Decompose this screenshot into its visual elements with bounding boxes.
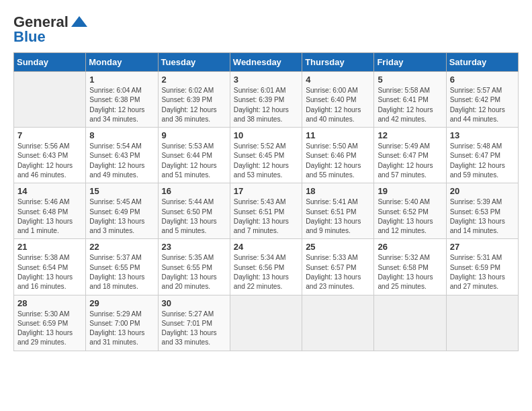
day-number: 20	[450, 186, 515, 196]
weekday-header-wednesday: Wednesday	[230, 53, 302, 72]
calendar-cell: 9Sunrise: 5:53 AM Sunset: 6:44 PM Daylig…	[158, 128, 230, 183]
day-info: Sunrise: 5:40 AM Sunset: 6:52 PM Dayligh…	[378, 197, 442, 236]
calendar-cell: 1Sunrise: 6:04 AM Sunset: 6:38 PM Daylig…	[86, 72, 158, 128]
weekday-header-sunday: Sunday	[14, 53, 86, 72]
calendar-cell	[374, 295, 446, 351]
calendar-cell: 5Sunrise: 5:58 AM Sunset: 6:41 PM Daylig…	[374, 72, 446, 128]
day-info: Sunrise: 5:33 AM Sunset: 6:57 PM Dayligh…	[306, 253, 370, 291]
calendar-cell: 17Sunrise: 5:43 AM Sunset: 6:51 PM Dayli…	[230, 183, 302, 239]
day-number: 21	[17, 242, 82, 252]
day-number: 27	[450, 242, 515, 252]
weekday-header-saturday: Saturday	[446, 53, 518, 72]
day-number: 26	[378, 242, 442, 252]
calendar-cell: 12Sunrise: 5:49 AM Sunset: 6:47 PM Dayli…	[374, 128, 446, 183]
day-number: 16	[162, 186, 226, 196]
day-info: Sunrise: 6:00 AM Sunset: 6:40 PM Dayligh…	[306, 86, 370, 124]
day-number: 5	[378, 75, 442, 85]
day-info: Sunrise: 5:27 AM Sunset: 7:01 PM Dayligh…	[162, 310, 226, 348]
day-number: 29	[89, 298, 154, 308]
calendar-cell: 25Sunrise: 5:33 AM Sunset: 6:57 PM Dayli…	[302, 239, 374, 295]
calendar-cell: 28Sunrise: 5:30 AM Sunset: 6:59 PM Dayli…	[14, 295, 86, 351]
day-number: 19	[378, 186, 442, 196]
calendar-cell: 15Sunrise: 5:45 AM Sunset: 6:49 PM Dayli…	[86, 183, 158, 239]
day-number: 22	[89, 242, 154, 252]
day-info: Sunrise: 5:44 AM Sunset: 6:50 PM Dayligh…	[162, 197, 226, 236]
day-info: Sunrise: 5:35 AM Sunset: 6:55 PM Dayligh…	[162, 253, 226, 291]
logo-blue: Blue	[13, 28, 46, 46]
calendar-cell: 29Sunrise: 5:29 AM Sunset: 7:00 PM Dayli…	[86, 295, 158, 351]
day-info: Sunrise: 5:37 AM Sunset: 6:55 PM Dayligh…	[89, 253, 154, 291]
calendar-cell: 3Sunrise: 6:01 AM Sunset: 6:39 PM Daylig…	[230, 72, 302, 128]
calendar-cell: 4Sunrise: 6:00 AM Sunset: 6:40 PM Daylig…	[302, 72, 374, 128]
day-info: Sunrise: 5:38 AM Sunset: 6:54 PM Dayligh…	[17, 253, 82, 291]
day-number: 12	[378, 130, 442, 140]
calendar-cell: 26Sunrise: 5:32 AM Sunset: 6:58 PM Dayli…	[374, 239, 446, 295]
day-number: 13	[450, 130, 515, 140]
calendar-cell: 8Sunrise: 5:54 AM Sunset: 6:43 PM Daylig…	[86, 128, 158, 183]
day-number: 9	[162, 130, 226, 140]
day-info: Sunrise: 5:48 AM Sunset: 6:47 PM Dayligh…	[450, 142, 515, 180]
day-number: 17	[234, 186, 298, 196]
calendar-cell: 22Sunrise: 5:37 AM Sunset: 6:55 PM Dayli…	[86, 239, 158, 295]
day-info: Sunrise: 5:53 AM Sunset: 6:44 PM Dayligh…	[162, 142, 226, 180]
calendar-cell: 6Sunrise: 5:57 AM Sunset: 6:42 PM Daylig…	[446, 72, 518, 128]
day-info: Sunrise: 5:50 AM Sunset: 6:46 PM Dayligh…	[306, 142, 370, 180]
day-info: Sunrise: 5:46 AM Sunset: 6:48 PM Dayligh…	[17, 197, 82, 236]
day-info: Sunrise: 5:29 AM Sunset: 7:00 PM Dayligh…	[89, 310, 154, 348]
weekday-header-tuesday: Tuesday	[158, 53, 230, 72]
calendar-cell: 30Sunrise: 5:27 AM Sunset: 7:01 PM Dayli…	[158, 295, 230, 351]
calendar-cell: 16Sunrise: 5:44 AM Sunset: 6:50 PM Dayli…	[158, 183, 230, 239]
day-info: Sunrise: 5:31 AM Sunset: 6:59 PM Dayligh…	[450, 253, 515, 291]
weekday-header-monday: Monday	[86, 53, 158, 72]
day-info: Sunrise: 6:01 AM Sunset: 6:39 PM Dayligh…	[234, 86, 298, 124]
day-number: 25	[306, 242, 370, 252]
day-number: 3	[234, 75, 298, 85]
calendar-cell: 19Sunrise: 5:40 AM Sunset: 6:52 PM Dayli…	[374, 183, 446, 239]
calendar-cell	[230, 295, 302, 351]
calendar-cell: 21Sunrise: 5:38 AM Sunset: 6:54 PM Dayli…	[14, 239, 86, 295]
day-info: Sunrise: 5:39 AM Sunset: 6:53 PM Dayligh…	[450, 197, 515, 236]
day-number: 18	[306, 186, 370, 196]
day-number: 1	[89, 75, 154, 85]
calendar-cell: 23Sunrise: 5:35 AM Sunset: 6:55 PM Dayli…	[158, 239, 230, 295]
logo-icon	[70, 15, 89, 30]
day-info: Sunrise: 5:57 AM Sunset: 6:42 PM Dayligh…	[450, 86, 515, 124]
calendar-cell: 11Sunrise: 5:50 AM Sunset: 6:46 PM Dayli…	[302, 128, 374, 183]
day-number: 6	[450, 75, 515, 85]
day-info: Sunrise: 5:52 AM Sunset: 6:45 PM Dayligh…	[234, 142, 298, 180]
calendar-cell: 27Sunrise: 5:31 AM Sunset: 6:59 PM Dayli…	[446, 239, 518, 295]
weekday-header-friday: Friday	[374, 53, 446, 72]
calendar-cell: 13Sunrise: 5:48 AM Sunset: 6:47 PM Dayli…	[446, 128, 518, 183]
day-number: 2	[162, 75, 226, 85]
day-number: 15	[89, 186, 154, 196]
day-number: 10	[234, 130, 298, 140]
logo: General Blue	[13, 13, 89, 46]
day-info: Sunrise: 5:41 AM Sunset: 6:51 PM Dayligh…	[306, 197, 370, 236]
day-info: Sunrise: 5:54 AM Sunset: 6:43 PM Dayligh…	[89, 142, 154, 180]
day-info: Sunrise: 5:30 AM Sunset: 6:59 PM Dayligh…	[17, 310, 82, 348]
day-number: 7	[17, 130, 82, 140]
day-info: Sunrise: 5:32 AM Sunset: 6:58 PM Dayligh…	[378, 253, 442, 291]
day-info: Sunrise: 5:43 AM Sunset: 6:51 PM Dayligh…	[234, 197, 298, 236]
day-info: Sunrise: 5:45 AM Sunset: 6:49 PM Dayligh…	[89, 197, 154, 236]
calendar-table: SundayMondayTuesdayWednesdayThursdayFrid…	[13, 52, 519, 351]
calendar-cell: 2Sunrise: 6:02 AM Sunset: 6:39 PM Daylig…	[158, 72, 230, 128]
calendar-cell: 18Sunrise: 5:41 AM Sunset: 6:51 PM Dayli…	[302, 183, 374, 239]
day-number: 24	[234, 242, 298, 252]
calendar-cell	[14, 72, 86, 128]
calendar-cell	[446, 295, 518, 351]
calendar-cell: 20Sunrise: 5:39 AM Sunset: 6:53 PM Dayli…	[446, 183, 518, 239]
day-number: 4	[306, 75, 370, 85]
day-info: Sunrise: 5:49 AM Sunset: 6:47 PM Dayligh…	[378, 142, 442, 180]
day-info: Sunrise: 5:56 AM Sunset: 6:43 PM Dayligh…	[17, 142, 82, 180]
day-number: 28	[17, 298, 82, 308]
day-info: Sunrise: 5:34 AM Sunset: 6:56 PM Dayligh…	[234, 253, 298, 291]
calendar-cell: 7Sunrise: 5:56 AM Sunset: 6:43 PM Daylig…	[14, 128, 86, 183]
calendar-cell	[302, 295, 374, 351]
day-number: 23	[162, 242, 226, 252]
day-number: 8	[89, 130, 154, 140]
calendar-cell: 14Sunrise: 5:46 AM Sunset: 6:48 PM Dayli…	[14, 183, 86, 239]
header: General Blue	[13, 13, 519, 46]
calendar-cell: 10Sunrise: 5:52 AM Sunset: 6:45 PM Dayli…	[230, 128, 302, 183]
day-number: 14	[17, 186, 82, 196]
